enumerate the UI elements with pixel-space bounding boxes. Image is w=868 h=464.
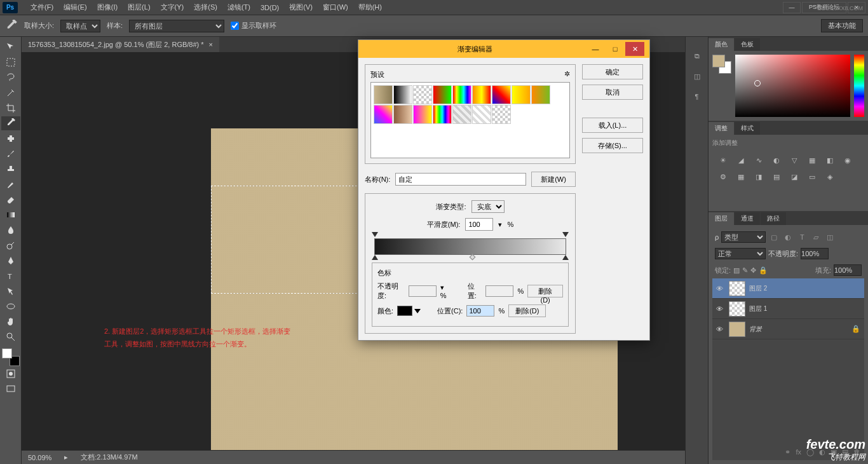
shape-tool[interactable] <box>1 299 20 313</box>
menu-filter[interactable]: 滤镜(T) <box>222 1 255 14</box>
preset-swatch[interactable] <box>492 85 511 104</box>
preset-swatch[interactable] <box>472 85 491 104</box>
sample-select[interactable]: 所有图层 <box>129 20 224 32</box>
smoothness-input[interactable] <box>465 218 493 231</box>
history-panel-icon[interactable]: ⧉ <box>691 50 703 62</box>
history-brush-tool[interactable] <box>1 177 20 191</box>
threshold-icon[interactable]: ◪ <box>789 172 800 182</box>
preset-swatch[interactable] <box>374 85 393 104</box>
paths-tab[interactable]: 路径 <box>761 212 786 225</box>
layer-name[interactable]: 图层 2 <box>749 284 860 293</box>
layer-thumbnail[interactable] <box>729 301 745 317</box>
filter-shape-icon[interactable]: ▱ <box>810 232 822 242</box>
gradient-map-icon[interactable]: ▭ <box>806 172 818 182</box>
eyedropper-tool[interactable] <box>1 116 20 130</box>
crop-tool[interactable] <box>1 101 20 115</box>
save-gradient-button[interactable]: 存储(S)... <box>582 138 643 153</box>
channel-mixer-icon[interactable]: ⚙ <box>717 172 729 182</box>
visibility-icon[interactable]: 👁 <box>716 325 725 333</box>
color-swap[interactable] <box>2 348 20 366</box>
preset-swatch[interactable] <box>452 105 471 124</box>
menu-layer[interactable]: 图层(L) <box>123 1 155 14</box>
menu-edit[interactable]: 编辑(E) <box>58 1 92 14</box>
preset-swatch[interactable] <box>374 105 393 124</box>
pen-tool[interactable] <box>1 254 20 268</box>
link-icon[interactable]: ⚭ <box>785 448 790 456</box>
fill-input[interactable] <box>834 264 862 276</box>
gradient-tool[interactable] <box>1 208 20 222</box>
preset-swatch[interactable] <box>492 105 511 124</box>
arrow-icon[interactable]: ▸ <box>64 453 68 461</box>
layer-thumbnail[interactable] <box>729 281 745 296</box>
color-panel-swatches[interactable] <box>712 55 731 117</box>
menu-image[interactable]: 图像(I) <box>92 1 123 14</box>
gradient-type-select[interactable]: 实底 <box>471 200 505 213</box>
lock-position-icon[interactable]: ✥ <box>750 266 756 275</box>
sample-size-select[interactable]: 取样点 <box>60 20 100 32</box>
visibility-icon[interactable]: 👁 <box>716 285 725 292</box>
fg-color-swatch[interactable] <box>2 348 12 358</box>
ok-button[interactable]: 确定 <box>582 64 643 79</box>
window-minimize[interactable]: — <box>783 2 801 13</box>
fx-icon[interactable]: fx <box>796 448 801 456</box>
filter-adjust-icon[interactable]: ◐ <box>782 232 794 242</box>
color-tab[interactable]: 颜色 <box>709 38 734 51</box>
zoom-tool[interactable] <box>1 330 20 344</box>
dialog-close[interactable]: ✕ <box>625 42 644 56</box>
channels-tab[interactable]: 通道 <box>735 212 760 225</box>
posterize-icon[interactable]: ▤ <box>771 172 782 182</box>
bw-icon[interactable]: ◧ <box>824 155 836 165</box>
healing-tool[interactable] <box>1 132 20 146</box>
layer-name[interactable]: 图层 1 <box>749 304 860 313</box>
properties-panel-icon[interactable]: ◫ <box>691 70 703 83</box>
menu-file[interactable]: 文件(F) <box>25 1 58 14</box>
color-field[interactable] <box>735 55 850 117</box>
selective-icon[interactable]: ◈ <box>824 172 836 182</box>
new-gradient-button[interactable]: 新建(W) <box>531 172 576 187</box>
lookup-icon[interactable]: ▦ <box>735 172 747 182</box>
preset-swatch[interactable] <box>531 85 550 104</box>
levels-icon[interactable]: ◢ <box>735 155 747 165</box>
layer-row[interactable]: 👁 背景 🔒 <box>712 319 864 339</box>
lasso-tool[interactable] <box>1 71 20 85</box>
menu-select[interactable]: 选择(S) <box>189 1 222 14</box>
lock-transparent-icon[interactable]: ▨ <box>733 266 740 275</box>
dialog-minimize[interactable]: — <box>586 42 605 56</box>
layer-row[interactable]: 👁 图层 1 <box>712 299 864 319</box>
exposure-icon[interactable]: ◐ <box>771 155 782 165</box>
lock-pixels-icon[interactable]: ✎ <box>742 266 748 275</box>
character-panel-icon[interactable]: ¶ <box>691 90 703 103</box>
visibility-icon[interactable]: 👁 <box>716 305 725 313</box>
styles-tab[interactable]: 样式 <box>735 122 760 135</box>
menu-window[interactable]: 窗口(W) <box>318 1 353 14</box>
gradient-bar[interactable] <box>372 238 569 255</box>
layers-tab[interactable]: 图层 <box>709 212 734 225</box>
swatch-tab[interactable]: 色板 <box>735 38 760 51</box>
lock-all-icon[interactable]: 🔒 <box>759 266 768 275</box>
menu-type[interactable]: 文字(Y) <box>156 1 189 14</box>
delete-opacity-stop-button[interactable]: 删除(D) <box>527 285 563 297</box>
preset-grid[interactable] <box>370 82 570 158</box>
menu-3d[interactable]: 3D(D) <box>255 2 284 13</box>
preset-swatch[interactable] <box>472 105 491 124</box>
screenmode-tool[interactable] <box>1 382 20 396</box>
hue-slider[interactable] <box>854 55 864 117</box>
filter-smart-icon[interactable]: ◫ <box>824 232 836 242</box>
menu-view[interactable]: 视图(V) <box>284 1 318 14</box>
curves-icon[interactable]: ∿ <box>753 155 764 165</box>
preset-swatch[interactable] <box>433 105 452 124</box>
workspace-button[interactable]: 基本功能 <box>821 19 863 32</box>
preset-swatch[interactable] <box>393 105 412 124</box>
stop-position-input[interactable] <box>485 285 513 297</box>
preset-swatch[interactable] <box>433 85 452 104</box>
invert-icon[interactable]: ◨ <box>753 172 764 182</box>
layer-name[interactable]: 背景 <box>749 325 848 334</box>
dialog-maximize[interactable]: □ <box>606 42 625 56</box>
preset-swatch[interactable] <box>512 85 531 104</box>
move-tool[interactable] <box>1 40 20 54</box>
marquee-tool[interactable] <box>1 55 20 69</box>
stop-opacity-input[interactable] <box>409 285 437 297</box>
preset-swatch[interactable] <box>413 105 432 124</box>
eraser-tool[interactable] <box>1 193 20 207</box>
load-button[interactable]: 载入(L)... <box>582 118 643 133</box>
